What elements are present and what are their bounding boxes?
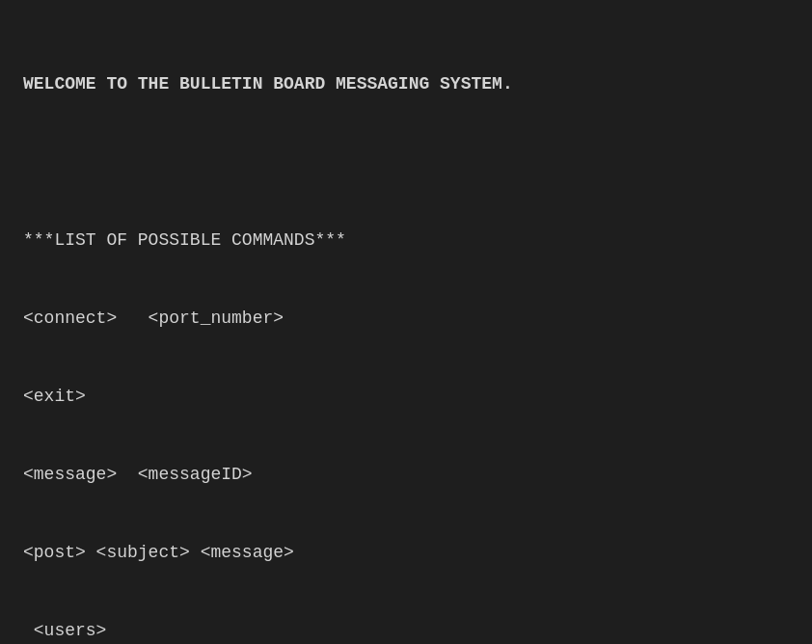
welcome-line: WELCOME TO THE BULLETIN BOARD MESSAGING …: [23, 71, 789, 97]
command-post: <post> <subject> <message>: [23, 540, 789, 566]
command-users: <users>: [23, 618, 789, 644]
command-connect: <connect> <port_number>: [23, 306, 789, 332]
terminal-output: WELCOME TO THE BULLETIN BOARD MESSAGING …: [23, 19, 789, 644]
command-message: <message> <messageID>: [23, 462, 789, 488]
commands-header: ***LIST OF POSSIBLE COMMANDS***: [23, 228, 789, 254]
command-exit: <exit>: [23, 384, 789, 410]
blank-line-1: [23, 149, 789, 175]
